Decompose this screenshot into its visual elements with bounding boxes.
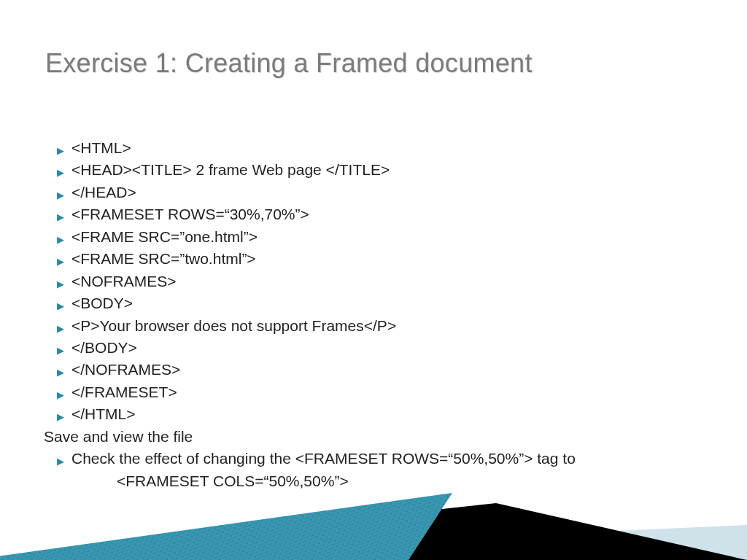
bullet-icon: ▶ xyxy=(44,411,71,424)
list-item: ▶<HTML> xyxy=(44,137,712,159)
bullet-icon: ▶ xyxy=(44,300,71,314)
bullet-icon: ▶ xyxy=(44,233,71,247)
list-item-text: <FRAMESET ROWS=“30%,70%”> xyxy=(71,203,712,225)
list-item-text: <BODY> xyxy=(71,292,712,314)
bullet-icon: ▶ xyxy=(44,144,71,158)
bullet-icon: ▶ xyxy=(44,255,71,269)
bullet-icon: ▶ xyxy=(44,211,71,225)
bullet-icon: ▶ xyxy=(44,189,71,203)
bullet-icon: ▶ xyxy=(44,322,71,336)
list-item: ▶</FRAMESET> xyxy=(44,381,712,403)
bullet-icon: ▶ xyxy=(44,344,71,358)
slide-footer-decoration xyxy=(0,443,747,560)
bullet-icon: ▶ xyxy=(44,389,71,402)
list-item: ▶</HEAD> xyxy=(44,182,712,203)
list-item-text: </NOFRAMES> xyxy=(71,359,712,381)
list-item-text: </FRAMESET> xyxy=(71,381,712,403)
bullet-icon: ▶ xyxy=(44,278,71,292)
svg-marker-4 xyxy=(0,493,452,560)
list-item: ▶<BODY> xyxy=(44,292,712,314)
slide-content: ▶<HTML>▶<HEAD><TITLE> 2 frame Web page <… xyxy=(44,137,712,492)
list-item: ▶<P>Your browser does not support Frames… xyxy=(44,315,712,337)
list-item-text: <HTML> xyxy=(71,137,712,159)
list-item: ▶</BODY> xyxy=(44,337,712,359)
list-item: ▶<NOFRAMES> xyxy=(44,271,712,292)
list-item-text: <HEAD><TITLE> 2 frame Web page </TITLE> xyxy=(71,159,712,181)
bullet-icon: ▶ xyxy=(44,166,71,180)
list-item-text: <P>Your browser does not support Frames<… xyxy=(71,315,712,337)
list-item: ▶</HTML> xyxy=(44,403,712,425)
list-item: ▶</NOFRAMES> xyxy=(44,359,712,381)
list-item-text: </BODY> xyxy=(71,337,712,359)
list-item: ▶<FRAME SRC=”one.html”> xyxy=(44,226,712,248)
list-item-text: </HEAD> xyxy=(71,182,712,203)
list-item-text: <FRAME SRC=”one.html”> xyxy=(71,226,712,248)
list-item: ▶<FRAMESET ROWS=“30%,70%”> xyxy=(44,203,712,225)
list-item-text: </HTML> xyxy=(71,403,712,425)
bullet-icon: ▶ xyxy=(44,366,71,380)
slide-title: Exercise 1: Creating a Framed document xyxy=(45,48,533,79)
list-item-text: <NOFRAMES> xyxy=(71,271,712,292)
list-item: ▶<HEAD><TITLE> 2 frame Web page </TITLE> xyxy=(44,159,712,181)
list-item: ▶<FRAME SRC=”two.html”> xyxy=(44,248,712,270)
list-item-text: <FRAME SRC=”two.html”> xyxy=(71,248,712,270)
